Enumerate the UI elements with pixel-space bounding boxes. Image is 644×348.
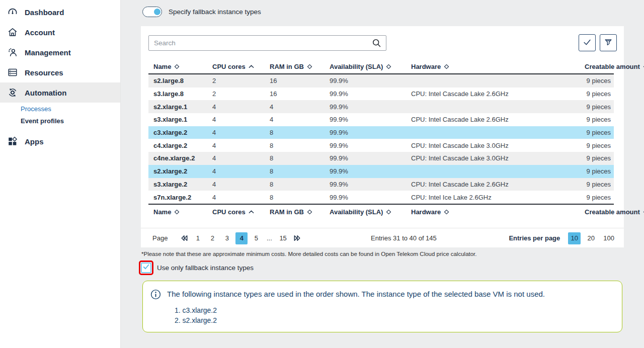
- dashboard-icon: [7, 7, 18, 18]
- page-label: Page: [152, 234, 168, 242]
- sidebar-subitem-event-profiles[interactable]: Event profiles: [0, 115, 120, 127]
- info-icon: [150, 289, 161, 300]
- column-header-availability-sla[interactable]: Availability (SLA): [330, 208, 411, 216]
- sidebar-item-label: Management: [25, 48, 71, 57]
- table-row-s3-xlarge-2[interactable]: s3.xlarge.24899.9%CPU: Intel Cascade Lak…: [148, 178, 614, 191]
- table-row-s7n-xlarge-2[interactable]: s7n.xlarge.24899.9%CPU: Intel Ice Lake 2…: [148, 191, 614, 204]
- column-header-ram-in-gb[interactable]: RAM in GB: [270, 63, 330, 70]
- cell-name: s2.xlarge.1: [153, 103, 212, 111]
- column-header-ram-in-gb[interactable]: RAM in GB: [270, 208, 330, 216]
- cell-cpu-cores: 4: [212, 129, 270, 136]
- column-header-availability-sla[interactable]: Availability (SLA): [330, 63, 411, 70]
- sidebar-item-label: Apps: [25, 137, 44, 146]
- page-button-4[interactable]: 4: [235, 232, 248, 244]
- table-row-c4-xlarge-2[interactable]: c4.xlarge.24899.9%CPU: Intel Cascade Lak…: [148, 139, 614, 152]
- entries-range-text: Entries 31 to 40 of 145: [371, 228, 437, 248]
- table-row-s2-xlarge-1[interactable]: s2.xlarge.14499.9%9 pieces: [148, 100, 614, 113]
- cell-cpu-cores: 4: [212, 103, 270, 111]
- table-row-s2-xlarge-2[interactable]: s2.xlarge.24899.9%9 pieces: [148, 165, 614, 178]
- page-button-2[interactable]: 2: [206, 232, 218, 244]
- sort-icon: [386, 64, 391, 69]
- annotation-highlight-box: [139, 260, 153, 275]
- cell-hardware: CPU: Intel Cascade Lake 3.0GHz: [411, 142, 585, 149]
- table-row-s3-large-8[interactable]: s3.large.821699.9%CPU: Intel Cascade Lak…: [148, 88, 614, 101]
- per-page-option-100[interactable]: 100: [601, 232, 616, 244]
- entries-per-page-label: Entries per page: [509, 234, 560, 242]
- cell-name: c4ne.xlarge.2: [153, 154, 212, 162]
- sidebar-item-apps[interactable]: Apps: [0, 131, 120, 151]
- per-page-option-20[interactable]: 20: [585, 232, 597, 244]
- info-message: The following instance types are used in…: [167, 290, 545, 298]
- sidebar-item-management[interactable]: Management: [0, 42, 120, 62]
- cell-availability: 99.9%: [330, 142, 411, 149]
- entries-per-page: Entries per page 1020100: [509, 228, 616, 248]
- column-header-cpu-cores[interactable]: CPU cores: [212, 208, 270, 216]
- resources-icon: [7, 67, 18, 78]
- page-button-5[interactable]: 5: [250, 232, 262, 244]
- cell-ram: 8: [270, 142, 330, 149]
- sidebar-item-account[interactable]: Account: [0, 22, 120, 42]
- cell-name: s2.xlarge.2: [153, 167, 212, 175]
- fallback-order-item: 2. s2.xlarge.2: [175, 315, 217, 325]
- filter-icon: [603, 37, 613, 49]
- column-header-creatable-amount[interactable]: Creatable amount: [585, 208, 644, 216]
- cell-creatable-amount: 9 pieces: [585, 154, 614, 162]
- checkmark-icon: [142, 263, 150, 273]
- sidebar-item-label: Dashboard: [25, 8, 64, 17]
- sidebar-subitem-processes[interactable]: Processes: [0, 103, 120, 115]
- search-input[interactable]: [149, 36, 371, 50]
- last-page-button[interactable]: [292, 232, 303, 244]
- cell-availability: 99.9%: [330, 129, 411, 136]
- skip-back-icon: [179, 233, 189, 243]
- fallback-only-row: Use only fallback instance types: [139, 260, 254, 275]
- table-row-s2-large-8[interactable]: s2.large.821699.9%9 pieces: [148, 74, 614, 88]
- page-button-3[interactable]: 3: [221, 232, 233, 244]
- cell-hardware: CPU: Intel Ice Lake 2.6GHz: [411, 194, 585, 201]
- table-row-s3-xlarge-1[interactable]: s3.xlarge.14499.9%CPU: Intel Cascade Lak…: [148, 113, 614, 126]
- page-button-15[interactable]: 15: [276, 232, 289, 244]
- sidebar-item-automation[interactable]: Automation: [0, 82, 120, 103]
- fallback-toggle[interactable]: [142, 7, 162, 17]
- apply-selection-button[interactable]: [579, 34, 596, 51]
- search-box: [148, 35, 386, 51]
- cell-creatable-amount: 9 pieces: [585, 142, 614, 149]
- sidebar-item-label: Automation: [25, 89, 66, 97]
- column-header-hardware[interactable]: Hardware: [411, 208, 585, 216]
- page-ellipsis: ...: [265, 234, 274, 242]
- filter-button[interactable]: [600, 34, 617, 51]
- skip-forward-icon: [293, 233, 302, 243]
- search-icon[interactable]: [371, 38, 382, 48]
- table-body: s2.large.821699.9%9 piecess3.large.82169…: [148, 74, 614, 204]
- info-box: The following instance types are used in…: [142, 281, 622, 332]
- sidebar-item-dashboard[interactable]: Dashboard: [0, 2, 120, 22]
- cell-creatable-amount: 9 pieces: [585, 181, 614, 188]
- column-label: Name: [153, 63, 171, 70]
- sort-asc-icon: [249, 210, 254, 214]
- column-header-cpu-cores[interactable]: CPU cores: [212, 63, 270, 70]
- column-header-name[interactable]: Name: [153, 208, 212, 216]
- use-only-fallback-checkbox[interactable]: [141, 263, 151, 273]
- sort-icon: [386, 209, 391, 215]
- first-page-button[interactable]: [178, 232, 189, 244]
- cell-hardware: CPU: Intel Cascade Lake 2.6GHz: [411, 116, 585, 123]
- column-label: RAM in GB: [270, 63, 304, 70]
- sort-asc-icon: [249, 64, 254, 68]
- cell-cpu-cores: 4: [212, 167, 270, 175]
- table-row-c4ne-xlarge-2[interactable]: c4ne.xlarge.24899.9%CPU: Intel Cascade L…: [148, 152, 614, 165]
- cell-ram: 8: [270, 154, 330, 162]
- column-header-name[interactable]: Name: [153, 63, 212, 70]
- page-button-1[interactable]: 1: [192, 232, 204, 244]
- cell-creatable-amount: 9 pieces: [585, 90, 614, 98]
- per-page-option-10[interactable]: 10: [568, 232, 581, 244]
- column-header-hardware[interactable]: Hardware: [411, 63, 585, 70]
- sort-icon: [174, 209, 180, 215]
- table-row-c3-xlarge-2[interactable]: c3.xlarge.24899.9%9 pieces: [148, 126, 614, 139]
- cell-ram: 16: [270, 90, 330, 98]
- column-label: Hardware: [411, 208, 441, 216]
- cell-hardware: CPU: Intel Cascade Lake 3.0GHz: [411, 154, 585, 162]
- table-footer-header: NameCPU coresRAM in GBAvailability (SLA)…: [148, 204, 614, 219]
- apps-icon: [7, 136, 18, 147]
- sidebar-item-resources[interactable]: Resources: [0, 62, 120, 82]
- column-header-creatable-amount[interactable]: Creatable amount: [585, 63, 644, 70]
- column-label: Name: [153, 208, 171, 216]
